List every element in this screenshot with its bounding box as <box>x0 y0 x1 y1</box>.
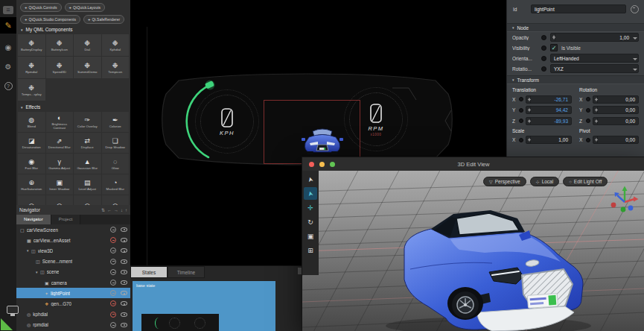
scale-x-input[interactable]: 1,00 <box>526 136 572 144</box>
sort-icon[interactable]: ⇅ <box>101 207 105 212</box>
navigator-item-camera[interactable]: ▣camera <box>16 277 130 288</box>
tab-timeline[interactable]: Timeline <box>168 266 205 278</box>
car-front-image[interactable] <box>301 124 344 157</box>
navigator-item-carviewscreen[interactable]: ▢carViewScreen <box>16 224 130 235</box>
visibility-eye-icon[interactable] <box>121 238 127 242</box>
visibility-eye-icon[interactable] <box>121 301 127 306</box>
effects-section-header[interactable]: ▾Effects <box>16 101 130 111</box>
effect-tile[interactable]: ◠ <box>74 195 101 205</box>
export-toggle-icon[interactable] <box>110 269 116 275</box>
rotate-tool-icon[interactable]: ↻ <box>304 215 317 228</box>
spinner-icon[interactable] <box>526 118 531 124</box>
effect-tile[interactable]: ◪Desaturation <box>18 133 45 153</box>
visibility-eye-icon[interactable] <box>121 280 127 285</box>
translation-y-input[interactable]: 94,42 <box>526 106 572 114</box>
export-toggle-icon[interactable] <box>631 5 639 13</box>
spinner-icon[interactable] <box>526 136 531 143</box>
local-orientation-button[interactable]: ⊹Local <box>530 177 560 186</box>
export-toggle-icon[interactable] <box>110 322 116 328</box>
effect-tile[interactable]: ⇗Directional Blur <box>46 133 74 153</box>
edit3d-window[interactable]: 3D Edit View <box>302 157 644 331</box>
base-state-card[interactable]: base state <box>133 281 275 331</box>
effect-tile[interactable]: ◠ <box>18 195 45 205</box>
effect-tile[interactable]: ◍Blend <box>18 112 45 132</box>
rotation-z-input[interactable]: 0,00 <box>593 117 639 125</box>
export-toggle-icon[interactable] <box>110 227 116 233</box>
rotation-x-input[interactable]: 0,00 <box>593 95 639 104</box>
tab-navigator[interactable]: Navigator <box>16 215 51 224</box>
navigator-item-rpmdial[interactable]: ◎rpmdial <box>16 320 130 330</box>
action-indicator-icon[interactable] <box>586 108 590 113</box>
action-indicator-icon[interactable] <box>586 97 590 101</box>
action-indicator-icon[interactable] <box>519 97 523 101</box>
device-monitor-icon[interactable] <box>7 306 19 314</box>
component-tile[interactable]: ❉Tempicon <box>102 57 130 78</box>
action-indicator-icon[interactable] <box>541 35 546 40</box>
fit-view-icon[interactable]: ⊞ <box>304 244 317 256</box>
component-tile[interactable]: ❉SummitDemo <box>74 57 101 78</box>
import-button-studio-components[interactable]: +QtQuick.Studio.Components <box>20 15 80 24</box>
translation-z-input[interactable]: -89,93 <box>526 117 572 125</box>
component-tile[interactable]: ❉Temps...splay <box>18 79 45 101</box>
effect-tile[interactable]: ◠ <box>46 195 74 205</box>
move-tool-icon[interactable]: ✛ <box>304 201 317 214</box>
effect-tile[interactable]: γGamma Adjust <box>46 154 74 174</box>
export-toggle-icon[interactable] <box>110 237 116 243</box>
visibility-eye-icon[interactable] <box>121 270 127 274</box>
visibility-eye-icon[interactable] <box>121 248 127 253</box>
navigator-item-view3d[interactable]: ▾◫view3D <box>16 245 130 256</box>
orientation-dropdown[interactable]: LeftHanded <box>550 54 639 63</box>
select-item-tool-icon[interactable]: ➤ <box>304 187 317 200</box>
component-tile[interactable]: ❉BatteryIcon <box>46 34 74 56</box>
visibility-eye-icon[interactable] <box>121 312 127 317</box>
maximize-icon[interactable] <box>330 162 335 167</box>
effect-tile[interactable]: ▲Gaussian Blur <box>74 154 101 174</box>
perspective-button[interactable]: ▽Perspective <box>483 177 526 186</box>
tools-icon[interactable]: ⚙ <box>0 59 16 74</box>
select-tool-icon[interactable]: ➤ <box>304 173 317 186</box>
kph-dial[interactable]: KPH <box>195 89 259 154</box>
component-tile[interactable]: ❉BatteryDisplay <box>18 34 45 56</box>
component-tile[interactable]: ❉Speed3D <box>46 57 74 78</box>
run-play-icon[interactable] <box>1 318 13 330</box>
navigator-item-gen-g70[interactable]: ❖gen...G70 <box>16 298 130 309</box>
chevron-down-icon[interactable] <box>632 34 638 41</box>
export-toggle-icon[interactable] <box>110 280 116 286</box>
effect-tile[interactable]: ◌Glow <box>102 154 130 174</box>
spinner-icon[interactable] <box>526 96 531 103</box>
debug-icon[interactable]: ◉ <box>0 40 16 54</box>
import-button-qtquick-controls[interactable]: +QtQuick.Controls <box>20 3 62 12</box>
axis-gizmo[interactable] <box>610 186 639 218</box>
move-left-icon[interactable]: ← <box>107 208 112 212</box>
import-button-saferenderer[interactable]: +Qt.SafeRenderer <box>83 15 124 24</box>
rotation-order-dropdown[interactable]: YXZ <box>550 64 639 73</box>
navigator-item-kphdial[interactable]: ◎kphdial <box>16 309 130 320</box>
navigator-item-lightpoint[interactable]: ✦lightPoint <box>16 288 130 298</box>
scale-tool-icon[interactable]: ▣ <box>304 230 317 242</box>
minimize-icon[interactable] <box>319 162 325 167</box>
spinner-icon[interactable] <box>593 96 598 103</box>
visibility-eye-icon[interactable] <box>121 259 127 264</box>
effect-tile[interactable]: ✒Colorize <box>102 112 130 132</box>
action-indicator-icon[interactable] <box>519 119 523 123</box>
action-indicator-icon[interactable] <box>519 138 523 142</box>
design-mode-icon[interactable]: ✎ <box>0 17 16 34</box>
node-section-header[interactable]: ▾ Node <box>507 23 644 32</box>
effect-tile[interactable]: ◠ <box>102 195 130 205</box>
help-icon[interactable]: ? <box>0 78 16 93</box>
tab-states[interactable]: States <box>130 266 168 278</box>
navigator-item-scene[interactable]: ▾◫scene <box>16 267 130 277</box>
component-tile[interactable]: ❉Dial <box>74 34 101 56</box>
action-indicator-icon[interactable] <box>586 138 590 142</box>
effect-tile[interactable]: ❏Drop Shadow <box>102 133 130 153</box>
import-button-qtquick-layouts[interactable]: +QtQuick.Layouts <box>65 3 105 12</box>
move-right-icon[interactable]: → <box>114 208 118 212</box>
menu-icon[interactable]: ≡ <box>0 2 16 17</box>
action-indicator-icon[interactable] <box>541 66 546 72</box>
tab-project[interactable]: Project <box>51 215 81 224</box>
effect-tile[interactable]: ◔Masked Blur <box>102 174 130 195</box>
effect-tile[interactable]: ✑Color Overlay <box>74 112 101 132</box>
move-down-icon[interactable]: ↓ <box>121 208 123 212</box>
action-indicator-icon[interactable] <box>519 108 523 113</box>
component-tile[interactable]: ❉Kphdial <box>102 34 130 56</box>
